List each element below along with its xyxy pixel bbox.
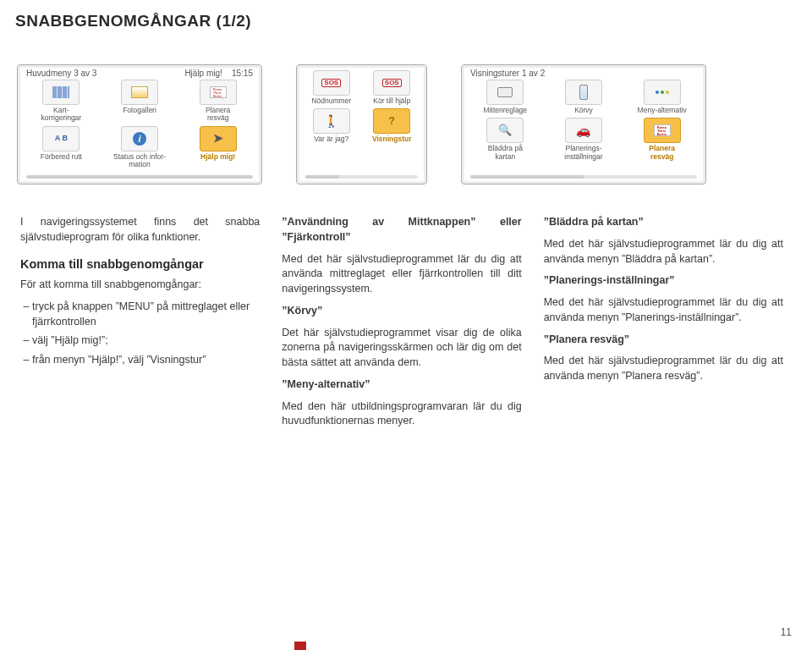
device-c-tile-5[interactable]: Planera resväg [625, 118, 699, 161]
device-main-menu: Huvudmeny 3 av 3 Hjälp mig! 15:15 Kart- … [17, 64, 262, 185]
device-tours-menu: Visningsturer 1 av 2 MittenreglageKörvyM… [461, 64, 706, 185]
qmark-icon: ? [373, 108, 410, 134]
route-icon [200, 80, 237, 105]
device-a-tile-0[interactable]: Kart- korrigeringar [25, 80, 98, 123]
list-item: välj ”Hjälp mig!”; [32, 333, 260, 349]
col3-h3: ”Planera resväg” [544, 333, 783, 348]
tile-label: Meny-alternativ [638, 107, 687, 114]
car-icon: 🚗 [565, 118, 602, 143]
gallery-icon [121, 80, 158, 105]
body-text-columns: I navigeringssystemet finns det snabba s… [0, 210, 812, 436]
sos-icon: SOS [373, 70, 410, 96]
ab-icon: A B [42, 126, 80, 151]
device-c-tile-1[interactable]: Körvy [547, 80, 621, 114]
tile-label: Fotogalleri [123, 107, 156, 114]
device-a-tile-3[interactable]: A BFörbered rutt [25, 126, 98, 169]
ctrl-icon [486, 80, 524, 105]
device-a-tile-4[interactable]: iStatus och infor- mation [103, 126, 177, 169]
device-c-tile-3[interactable]: 🔍Bläddra på kartan [469, 118, 542, 161]
col1-list: tryck på knappen ”MENU” på mittreglaget … [20, 300, 260, 368]
col2-h3: ”Meny-alternativ” [282, 377, 521, 393]
col1-sub: För att komma till snabbgenomgångar: [20, 278, 260, 293]
tile-label: Planera resväg [649, 145, 675, 161]
device-b-tile-3[interactable]: ?Visningstur [365, 108, 420, 143]
tile-label: Förbered rutt [41, 153, 82, 161]
tile-label: Status och infor- mation [113, 153, 166, 169]
device-b-tile-1[interactable]: SOSKör till hjälp [365, 70, 420, 105]
page-title: SNABBGENOMGÅNGAR (1/2) [0, 0, 812, 30]
device-b-tile-0[interactable]: SOSNödnummer [304, 70, 359, 105]
col3-h1: ”Bläddra på kartan” [544, 215, 783, 230]
col3-p1: Med det här självstudieprogrammet lär du… [544, 237, 783, 267]
col2-p3: Med den här utbildningsprogramvaran lär … [282, 399, 521, 430]
column-3: ”Bläddra på kartan” Med det här självstu… [544, 215, 783, 436]
footer-red-marker [294, 642, 306, 650]
device-b-tile-2[interactable]: 🚶Var är jag? [304, 108, 359, 143]
tile-label: Kör till hjälp [373, 97, 410, 105]
device-a-tile-2[interactable]: Planera resväg [181, 80, 255, 123]
tile-label: Nödnummer [311, 97, 351, 105]
list-item: tryck på knappen ”MENU” på mittreglaget … [32, 300, 260, 330]
tile-label: Planerings- inställningar [564, 145, 602, 161]
help-icon: ➤ [200, 126, 237, 151]
col3-p2: Med det här självstudieprogrammet lär du… [544, 295, 783, 326]
device-help-menu: SOSNödnummerSOSKör till hjälp🚶Var är jag… [296, 64, 427, 185]
device-c-tile-0[interactable]: Mittenreglage [469, 80, 542, 114]
list-item: från menyn ”Hjälp!”, välj ”Visningstur” [32, 353, 260, 368]
col3-h2: ”Planerings-inställningar” [544, 273, 783, 289]
tile-label: Hjälp mig! [200, 153, 235, 161]
col3-p3: Med det här självstudieprogrammet lär du… [544, 354, 783, 384]
tile-label: Bläddra på kartan [488, 145, 523, 161]
col2-p1: Med det här självstudieprogrammet lär du… [282, 252, 521, 297]
remote-icon [565, 80, 602, 105]
device-a-tile-5[interactable]: ➤Hjälp mig! [181, 126, 255, 169]
grid-icon [42, 80, 80, 105]
person-icon: 🚶 [313, 108, 350, 134]
map-icon: 🔍 [486, 118, 524, 143]
device-b-progress [305, 175, 418, 179]
i-icon: i [121, 126, 158, 151]
device-c-tile-2[interactable]: Meny-alternativ [625, 80, 699, 114]
device-c-tile-4[interactable]: 🚗Planerings- inställningar [547, 118, 621, 161]
col2-p2: Det här självstudieprogrammet visar dig … [282, 326, 521, 371]
dots-icon [644, 80, 681, 105]
col1-intro: I navigeringssystemet finns det snabba s… [20, 215, 260, 245]
col2-h2: ”Körvy” [282, 304, 521, 319]
tile-label: Var är jag? [314, 135, 348, 143]
sos-icon: SOS [313, 70, 350, 96]
device-a-header-time: 15:15 [232, 69, 253, 78]
tile-label: Visningstur [372, 135, 412, 143]
device-screens-row: Huvudmeny 3 av 3 Hjälp mig! 15:15 Kart- … [0, 30, 812, 210]
device-a-progress [26, 175, 253, 179]
tile-label: Mittenreglage [484, 107, 528, 114]
page-number: 11 [781, 626, 792, 638]
column-2: ”Användning av Mittknappen” eller ”Fjärk… [282, 215, 521, 436]
device-c-progress [470, 175, 697, 179]
device-a-header-left: Huvudmeny 3 av 3 [26, 69, 96, 78]
device-a-tile-1[interactable]: Fotogalleri [103, 80, 177, 123]
device-c-header-left: Visningsturer 1 av 2 [470, 69, 545, 78]
tile-label: Planera resväg [206, 107, 230, 123]
route-icon [644, 118, 681, 143]
col1-heading: Komma till snabbgenomgångar [20, 256, 260, 273]
tile-label: Körvy [574, 107, 593, 114]
col2-h1: ”Användning av Mittknappen” eller ”Fjärk… [282, 215, 521, 245]
column-1: I navigeringssystemet finns det snabba s… [20, 215, 260, 436]
device-a-header-help: Hjälp mig! [184, 69, 222, 78]
tile-label: Kart- korrigeringar [41, 107, 81, 123]
